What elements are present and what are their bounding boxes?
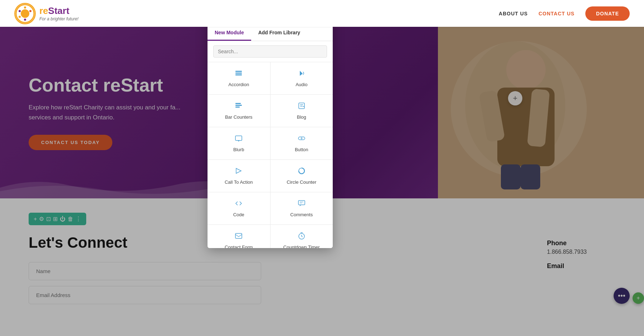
modal-search-area [208, 41, 333, 62]
module-accordion[interactable]: Accordion [208, 62, 270, 94]
svg-rect-16 [235, 74, 242, 75]
logo-brand: reStart [39, 5, 78, 16]
svg-rect-18 [235, 105, 242, 106]
svg-rect-15 [235, 73, 242, 74]
insert-module-modal: Insert Module × New Module Add From Libr… [208, 7, 333, 248]
svg-rect-19 [235, 107, 240, 108]
svg-rect-27 [235, 233, 242, 238]
tab-add-from-library[interactable]: Add From Library [251, 25, 307, 41]
countdown-timer-label: Countdown Timer [283, 244, 320, 248]
call-to-action-icon [235, 167, 243, 177]
accordion-icon [235, 69, 243, 79]
svg-rect-22 [235, 136, 242, 140]
tab-new-module[interactable]: New Module [208, 25, 251, 41]
svg-point-4 [29, 10, 31, 12]
code-icon [235, 199, 243, 209]
header: reStart For a brighter future! ABOUT US … [0, 0, 644, 27]
bar-counters-label: Bar Counters [225, 114, 253, 120]
blurb-label: Blurb [233, 147, 244, 152]
circle-counter-label: Circle Counter [287, 179, 316, 185]
logo-tagline: For a brighter future! [39, 16, 78, 21]
module-grid: Accordion Audio Bar Counters Blog [208, 62, 333, 248]
nav-about[interactable]: ABOUT US [499, 11, 528, 16]
audio-icon [298, 69, 306, 79]
module-blog[interactable]: Blog [270, 95, 333, 127]
main-nav: ABOUT US CONTACT US DONATE [499, 6, 630, 21]
svg-point-5 [19, 10, 21, 12]
svg-point-3 [24, 19, 26, 21]
module-search-input[interactable] [213, 45, 327, 58]
comments-icon [298, 199, 306, 209]
svg-point-2 [24, 6, 26, 9]
logo-text: reStart For a brighter future! [39, 5, 78, 21]
call-to-action-label: Call To Action [225, 179, 253, 185]
button-icon [298, 134, 306, 144]
blog-icon [298, 102, 306, 112]
module-code[interactable]: Code [208, 192, 270, 224]
svg-rect-26 [298, 201, 305, 205]
donate-button[interactable]: DONATE [585, 6, 630, 21]
module-countdown-timer[interactable]: Countdown Timer [270, 225, 333, 248]
svg-rect-20 [235, 103, 241, 104]
circle-counter-icon [298, 167, 306, 177]
bar-counters-icon [235, 102, 243, 112]
code-label: Code [233, 212, 244, 217]
module-comments[interactable]: Comments [270, 192, 333, 224]
module-blurb[interactable]: Blurb [208, 127, 270, 159]
blog-label: Blog [297, 114, 306, 120]
contact-form-label: Contact Form [225, 244, 253, 248]
module-circle-counter[interactable]: Circle Counter [270, 160, 333, 192]
modal-tabs: New Module Add From Library [208, 25, 333, 41]
module-button[interactable]: Button [270, 127, 333, 159]
audio-label: Audio [296, 82, 307, 87]
comments-label: Comments [290, 212, 313, 217]
logo: reStart For a brighter future! [14, 3, 78, 24]
svg-point-6 [19, 16, 21, 18]
blurb-icon [235, 134, 243, 144]
module-contact-form[interactable]: Contact Form [208, 225, 270, 248]
svg-point-1 [21, 9, 29, 18]
countdown-timer-icon [298, 232, 306, 242]
logo-circle [14, 3, 36, 24]
module-bar-counters[interactable]: Bar Counters [208, 95, 270, 127]
svg-rect-21 [299, 103, 304, 109]
svg-marker-24 [236, 168, 241, 173]
button-label: Button [295, 147, 308, 152]
module-audio[interactable]: Audio [270, 62, 333, 94]
svg-marker-17 [300, 71, 303, 76]
module-call-to-action[interactable]: Call To Action [208, 160, 270, 192]
logo-icon [15, 4, 35, 23]
contact-form-icon [235, 232, 243, 242]
svg-rect-14 [235, 71, 242, 72]
accordion-label: Accordion [228, 82, 249, 87]
nav-contact[interactable]: CONTACT US [538, 11, 575, 16]
